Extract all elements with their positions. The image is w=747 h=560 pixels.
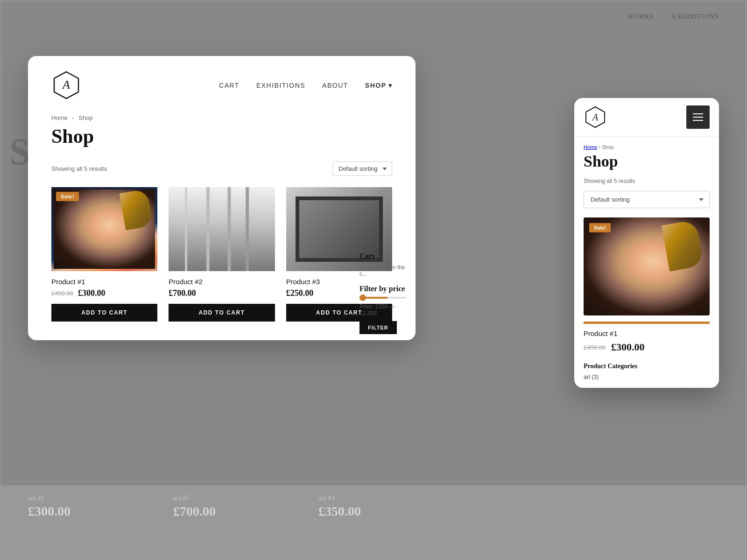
- product-1-name: Product #1: [51, 278, 157, 286]
- slider-thumb[interactable]: [359, 294, 366, 301]
- product-card-2: Product #2 £700.00 ADD TO CART: [169, 187, 275, 322]
- product-2-name: Product #2: [169, 278, 275, 286]
- desktop-header: A Cart EXHIBITIONS ABOUT SHOP ▾: [28, 56, 416, 110]
- product-2-price-row: £700.00: [169, 288, 275, 298]
- svg-text:A: A: [592, 112, 599, 122]
- bg-nav-works: WORKS: [628, 13, 654, 21]
- desktop-nav: Cart EXHIBITIONS ABOUT SHOP ▾: [219, 82, 392, 89]
- bg-product-2-name: uct #5: [173, 495, 216, 502]
- nav-shop[interactable]: SHOP ▾: [365, 82, 392, 89]
- mobile-breadcrumb-home[interactable]: Home: [584, 144, 597, 150]
- bg-product-1: uct #1 £300.00: [28, 495, 70, 519]
- product-2-price: £700.00: [169, 288, 196, 298]
- nav-about[interactable]: ABOUT: [322, 82, 348, 89]
- price-slider[interactable]: [359, 297, 406, 299]
- product-card-1: Sale! Product #1 £400.00 £300.00 ADD TO …: [51, 187, 157, 322]
- bg-product-3-price: £350.00: [318, 504, 361, 519]
- add-to-cart-button-1[interactable]: ADD TO CART: [51, 304, 157, 322]
- hamburger-line-3: [693, 120, 703, 121]
- breadcrumb-home[interactable]: Home: [51, 114, 68, 121]
- results-count: Showing all 5 results: [51, 165, 107, 172]
- mobile-category-art[interactable]: art (3): [584, 374, 710, 380]
- price-range-label: Price: £250 — £1,200: [359, 303, 406, 316]
- mobile-body: Home › Shop Shop Showing all 5 results D…: [574, 137, 719, 388]
- mobile-sale-badge: Sale!: [589, 223, 611, 232]
- svg-text:A: A: [62, 78, 70, 91]
- breadcrumb: Home › Shop: [51, 114, 392, 121]
- product-1-original-price: £400.00: [51, 290, 73, 297]
- bg-product-1-price: £300.00: [28, 504, 70, 519]
- hamburger-line-1: [693, 113, 703, 114]
- products-grid: Sale! Product #1 £400.00 £300.00 ADD TO …: [51, 187, 392, 322]
- product-1-sale-price: £300.00: [78, 288, 106, 298]
- mobile-product-price-row: £400.00 £300.00: [584, 341, 710, 353]
- bg-product-3-name: uct #3: [318, 495, 361, 502]
- mobile-product-1-image[interactable]: Sale!: [584, 217, 710, 315]
- add-to-cart-button-2[interactable]: ADD TO CART: [169, 304, 275, 322]
- mobile-breadcrumb: Home › Shop: [584, 144, 710, 150]
- background-nav: WORKS EXHIBITIONS: [0, 0, 747, 34]
- mobile-original-price: £400.00: [584, 344, 606, 351]
- logo[interactable]: A: [51, 70, 82, 100]
- shop-chevron-icon: ▾: [388, 82, 393, 89]
- mobile-sale-price: £300.00: [611, 341, 645, 353]
- mobile-sort-select[interactable]: Default sorting: [584, 191, 710, 208]
- product-2-image[interactable]: [169, 187, 275, 271]
- mobile-card: A Home › Shop Shop Showing all 5 results…: [574, 98, 719, 388]
- mobile-page-title: Shop: [584, 153, 710, 170]
- mobile-categories-title: Product Categories: [584, 363, 710, 370]
- bg-product-3: uct #3 £350.00: [318, 495, 361, 519]
- product-3-price: £250.00: [286, 288, 314, 298]
- mobile-product-card-1: Sale! Product #1 £400.00 £300.00: [584, 217, 710, 353]
- product-1-price-row: £400.00 £300.00: [51, 288, 157, 298]
- nav-works[interactable]: Cart: [219, 82, 240, 89]
- filter-title: Filter by price: [359, 285, 406, 293]
- mobile-breadcrumb-shop: Shop: [602, 144, 614, 150]
- sort-select[interactable]: Default sorting: [332, 161, 392, 176]
- bg-product-2-price: £700.00: [173, 504, 216, 519]
- cart-title: Cart: [359, 252, 406, 260]
- hamburger-line-2: [693, 117, 703, 118]
- page-title: Shop: [51, 125, 392, 147]
- mobile-product-name: Product #1: [584, 329, 710, 337]
- filter-button[interactable]: FILTER: [359, 321, 397, 334]
- bg-product-2: uct #5 £700.00: [173, 495, 216, 519]
- breadcrumb-sep: ›: [72, 114, 74, 121]
- hamburger-button[interactable]: [686, 105, 710, 129]
- breadcrumb-shop: Shop: [78, 114, 92, 121]
- bg-product-1-name: uct #1: [28, 495, 70, 502]
- mobile-header: A: [574, 98, 719, 137]
- background-bottom: uct #1 £300.00 uct #5 £700.00 uct #3 £35…: [0, 485, 747, 560]
- desktop-card: A Cart EXHIBITIONS ABOUT SHOP ▾ Home › S…: [28, 56, 416, 340]
- shop-toolbar: Showing all 5 results Default sorting: [51, 161, 392, 176]
- bg-nav-exhibitions: EXHIBITIONS: [672, 13, 719, 21]
- nav-exhibitions[interactable]: EXHIBITIONS: [256, 82, 305, 89]
- product-1-image[interactable]: Sale!: [51, 187, 157, 271]
- mobile-results-count: Showing all 5 results: [584, 178, 710, 184]
- mobile-logo[interactable]: A: [584, 105, 607, 129]
- mobile-breadcrumb-sep: ›: [599, 144, 600, 150]
- cart-empty-text: No products in the c...: [359, 264, 406, 277]
- sale-badge-1: Sale!: [56, 192, 79, 201]
- desktop-sidebar: Cart No products in the c... Filter by p…: [355, 252, 416, 340]
